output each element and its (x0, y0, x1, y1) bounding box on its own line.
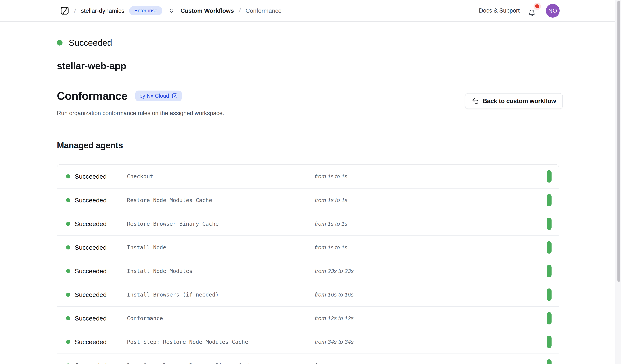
bell-icon (528, 9, 536, 17)
row-status-label: Succeeded (75, 362, 113, 364)
row-timeline-bar (547, 312, 552, 324)
row-duration: from 1s to 1s (315, 362, 347, 364)
success-status-dot (66, 293, 70, 297)
agent-step-row[interactable]: Succeeded Post Step: Restore Browser Bin… (57, 353, 559, 364)
docs-support-link[interactable]: Docs & Support (479, 7, 520, 14)
agent-step-row[interactable]: Succeeded Restore Node Modules Cache fro… (57, 188, 559, 212)
back-button-label: Back to custom workflow (483, 97, 556, 105)
breadcrumb-custom-workflows[interactable]: Custom Workflows (180, 7, 234, 14)
back-to-custom-workflow-button[interactable]: Back to custom workflow (465, 93, 563, 109)
agent-step-row[interactable]: Succeeded Install Node Modules from 23s … (57, 259, 559, 283)
row-step-name: Post Step: Restore Browser Binary Cache (127, 362, 255, 364)
avatar-initials: NO (548, 7, 557, 14)
success-status-dot (66, 198, 70, 202)
managed-agents-title: Managed agents (57, 140, 563, 150)
agent-step-row[interactable]: Succeeded Post Step: Restore Node Module… (57, 330, 559, 353)
success-status-dot (66, 245, 70, 250)
row-step-name: Install Node (127, 244, 166, 251)
breadcrumb-org[interactable]: stellar-dynamics (81, 7, 124, 14)
agent-step-row[interactable]: Succeeded Install Node from 1s to 1s (57, 236, 559, 259)
breadcrumb-separator: / (74, 7, 77, 15)
row-status-label: Succeeded (75, 197, 113, 204)
row-step-name: Post Step: Restore Node Modules Cache (127, 339, 248, 345)
row-timeline-bar (547, 170, 552, 183)
row-status-label: Succeeded (75, 291, 113, 298)
row-duration: from 1s to 1s (315, 197, 347, 203)
row-step-name: Restore Browser Binary Cache (127, 221, 219, 227)
org-switcher-button[interactable] (168, 7, 175, 15)
scrollbar-track[interactable] (615, 0, 621, 364)
row-timeline-bar (547, 336, 552, 348)
row-step-name: Conformance (127, 315, 163, 321)
row-step-name: Install Node Modules (127, 268, 192, 274)
workflow-description: Run organization conformance rules on th… (57, 110, 224, 117)
enterprise-badge: Enterprise (129, 6, 162, 15)
chevron-up-down-icon (168, 7, 175, 15)
row-timeline-bar (547, 288, 552, 301)
row-status-label: Succeeded (75, 268, 113, 275)
by-nx-cloud-badge[interactable]: by Nx Cloud (135, 91, 182, 101)
row-timeline-bar (547, 194, 552, 206)
main-content: Succeeded stellar-web-app Conformance by… (0, 37, 621, 364)
row-timeline-bar (547, 218, 552, 230)
row-duration: from 1s to 1s (315, 173, 347, 180)
arrow-uturn-left-icon (472, 97, 479, 105)
row-status-label: Succeeded (75, 220, 113, 228)
row-duration: from 1s to 1s (315, 244, 347, 251)
success-status-dot (66, 174, 70, 178)
notifications-button[interactable] (528, 4, 538, 17)
row-status-label: Succeeded (75, 244, 113, 251)
run-status: Succeeded (57, 37, 563, 48)
row-timeline-bar (547, 241, 552, 253)
row-duration: from 1s to 1s (315, 221, 347, 227)
success-status-dot (66, 222, 70, 226)
success-status-dot (57, 40, 63, 46)
row-status-label: Succeeded (75, 173, 113, 180)
row-step-name: Install Browsers (if needed) (127, 291, 219, 298)
workspace-title: stellar-web-app (57, 60, 563, 71)
managed-agents-card: Succeeded Checkout from 1s to 1s Succeed… (57, 164, 559, 364)
workflow-header: Conformance by Nx Cloud Run organization… (57, 89, 563, 117)
row-duration: from 34s to 34s (315, 339, 354, 345)
breadcrumb-conformance: Conformance (245, 7, 282, 14)
row-status-label: Succeeded (75, 315, 113, 322)
success-status-dot (66, 340, 70, 344)
row-timeline-bar (547, 359, 552, 364)
nx-cloud-logo-icon (60, 6, 69, 15)
notification-dot (535, 4, 539, 8)
row-duration: from 16s to 16s (315, 291, 354, 298)
breadcrumb: / stellar-dynamics Enterprise Custom Wor… (60, 6, 282, 15)
success-status-dot (66, 316, 70, 320)
agent-step-row[interactable]: Succeeded Restore Browser Binary Cache f… (57, 212, 559, 236)
scrollbar-thumb[interactable] (618, 0, 620, 282)
success-status-dot (66, 269, 70, 273)
user-avatar[interactable]: NO (546, 4, 560, 18)
nx-cloud-badge-icon (172, 93, 178, 99)
run-status-label: Succeeded (69, 37, 112, 48)
workflow-title: Conformance (57, 89, 127, 102)
nx-cloud-logo[interactable] (60, 6, 69, 15)
by-nx-cloud-label: by Nx Cloud (139, 93, 169, 99)
header-actions: Docs & Support NO (479, 4, 560, 18)
agent-step-row[interactable]: Succeeded Install Browsers (if needed) f… (57, 283, 559, 306)
row-duration: from 23s to 23s (315, 268, 354, 274)
row-step-name: Restore Node Modules Cache (127, 197, 212, 203)
row-status-label: Succeeded (75, 338, 113, 346)
row-step-name: Checkout (127, 173, 153, 180)
row-timeline-bar (547, 265, 552, 277)
agent-step-row[interactable]: Succeeded Conformance from 12s to 12s (57, 306, 559, 330)
agent-step-row[interactable]: Succeeded Checkout from 1s to 1s (57, 165, 559, 188)
breadcrumb-separator: / (238, 7, 241, 15)
top-navigation-bar: / stellar-dynamics Enterprise Custom Wor… (0, 0, 621, 22)
row-duration: from 12s to 12s (315, 315, 354, 321)
